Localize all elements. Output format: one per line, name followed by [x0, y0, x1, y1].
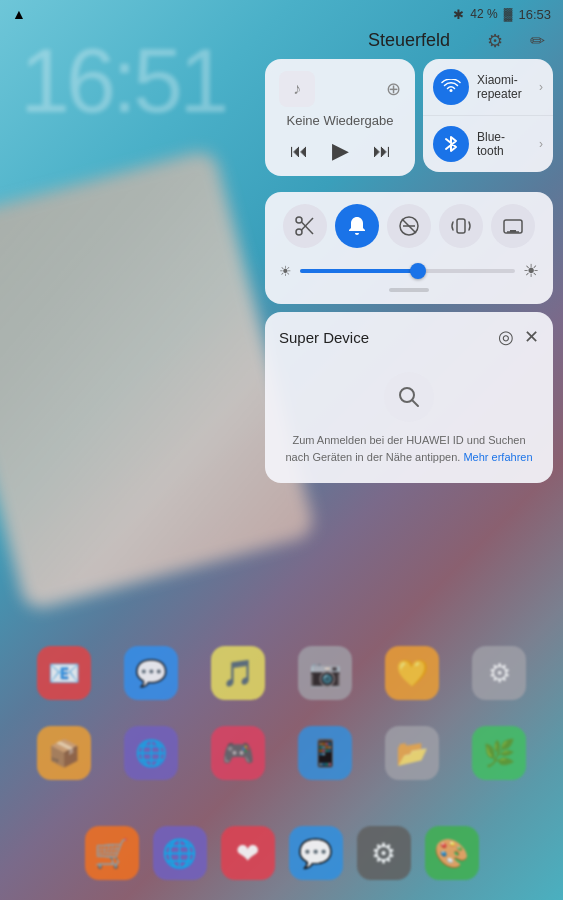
app-icon[interactable]: 🌐: [124, 726, 178, 780]
app-icon[interactable]: 💬: [124, 646, 178, 700]
bluetooth-toggle[interactable]: Blue-tooth ›: [423, 115, 553, 172]
super-device-target-button[interactable]: ◎: [498, 326, 514, 348]
svg-line-12: [412, 400, 418, 406]
network-card: Xiaomi-repeater › Blue-tooth ›: [423, 59, 553, 172]
music-icon: ♪: [279, 71, 315, 107]
super-device-title: Super Device: [279, 329, 369, 346]
left-cards: ♪ ⊕ Keine Wiedergabe ⏮ ▶ ⏭: [265, 59, 415, 184]
no-disturb-button[interactable]: [387, 204, 431, 248]
app-icon[interactable]: 🎵: [211, 646, 265, 700]
app-icon[interactable]: 💛: [385, 646, 439, 700]
brightness-row: ☀ ☀: [279, 260, 539, 282]
panel-title: Steuerfeld: [368, 30, 450, 51]
svg-point-1: [296, 229, 302, 235]
wifi-status-icon: ▲: [12, 6, 26, 22]
app-icon[interactable]: 📷: [298, 646, 352, 700]
brightness-thumb: [410, 263, 426, 279]
control-panel: Steuerfeld ⚙ ✏ ♪ ⊕ Keine Wiedergabe ⏮ ▶ …: [265, 30, 553, 483]
app-icon[interactable]: 🎮: [211, 726, 265, 780]
wifi-label: Xiaomi-repeater: [477, 73, 522, 102]
super-device-close-button[interactable]: ✕: [524, 326, 539, 348]
brightness-low-icon: ☀: [279, 263, 292, 279]
top-cards: ♪ ⊕ Keine Wiedergabe ⏮ ▶ ⏭: [265, 59, 553, 184]
app-icon[interactable]: 📦: [37, 726, 91, 780]
svg-point-0: [296, 217, 302, 223]
panel-header: Steuerfeld ⚙ ✏: [265, 30, 553, 51]
media-card: ♪ ⊕ Keine Wiedergabe ⏮ ▶ ⏭: [265, 59, 415, 176]
bluetooth-icon: [433, 126, 469, 162]
super-device-search[interactable]: Zum Anmelden bei der HUAWEI ID und Suche…: [279, 362, 539, 469]
learn-more-link[interactable]: Mehr erfahren: [463, 451, 532, 463]
bluetooth-icon: ✱: [453, 7, 464, 22]
next-button[interactable]: ⏭: [373, 141, 391, 162]
bluetooth-chevron: ›: [539, 137, 543, 151]
brightness-slider[interactable]: [300, 269, 515, 273]
battery-icon: ▓: [504, 7, 513, 21]
screenshot-button[interactable]: [283, 204, 327, 248]
wifi-chevron: ›: [539, 80, 543, 94]
brightness-fill: [300, 269, 418, 273]
quick-toggles-card: ☀ ☀: [265, 192, 553, 304]
wifi-toggle[interactable]: Xiaomi-repeater ›: [423, 59, 553, 115]
brightness-high-icon: ☀: [523, 260, 539, 282]
app-icon[interactable]: ⚙: [472, 646, 526, 700]
quick-toggle-row: [279, 204, 539, 248]
super-device-actions: ◎ ✕: [498, 326, 539, 348]
battery-percent: 42 %: [470, 7, 497, 21]
media-source-icon: ⊕: [386, 78, 401, 100]
dock-icon[interactable]: 🌐: [153, 826, 207, 880]
app-row-1: 📦 🌐 🎮 📱 📂 🌿: [0, 726, 563, 780]
super-device-description: Zum Anmelden bei der HUAWEI ID und Suche…: [279, 432, 539, 465]
status-left: ▲: [12, 6, 26, 22]
dock: 🛒 🌐 ❤ 💬 ⚙ 🎨: [0, 826, 563, 880]
dock-icon[interactable]: ❤: [221, 826, 275, 880]
bluetooth-label: Blue-tooth: [477, 130, 505, 159]
app-icon[interactable]: 🌿: [472, 726, 526, 780]
dock-icon[interactable]: 💬: [289, 826, 343, 880]
cast-button[interactable]: [491, 204, 535, 248]
right-cards: Xiaomi-repeater › Blue-tooth ›: [423, 59, 553, 172]
dock-icon[interactable]: ⚙: [357, 826, 411, 880]
app-icon[interactable]: 📱: [298, 726, 352, 780]
edit-button[interactable]: ✏: [521, 25, 553, 57]
super-device-card: Super Device ◎ ✕ Zum Anmelden bei der HU…: [265, 312, 553, 483]
wifi-icon: [433, 69, 469, 105]
media-top: ♪ ⊕: [279, 71, 401, 107]
panel-header-icons: ⚙ ✏: [479, 25, 553, 57]
prev-button[interactable]: ⏮: [290, 141, 308, 162]
media-controls: ⏮ ▶ ⏭: [279, 138, 401, 164]
scroll-indicator: [389, 288, 429, 292]
play-button[interactable]: ▶: [332, 138, 349, 164]
vibrate-button[interactable]: [439, 204, 483, 248]
dock-icon[interactable]: 🎨: [425, 826, 479, 880]
svg-rect-7: [457, 219, 465, 233]
media-title: Keine Wiedergabe: [279, 113, 401, 128]
time-display: 16:53: [518, 7, 551, 22]
search-icon: [384, 372, 434, 422]
super-device-header: Super Device ◎ ✕: [279, 326, 539, 348]
dock-icon[interactable]: 🛒: [85, 826, 139, 880]
status-right: ✱ 42 % ▓ 16:53: [453, 7, 551, 22]
app-icon[interactable]: 📧: [37, 646, 91, 700]
app-icon[interactable]: 📂: [385, 726, 439, 780]
bg-clock: 16:51: [20, 30, 225, 133]
settings-button[interactable]: ⚙: [479, 25, 511, 57]
app-row-2: 📧 💬 🎵 📷 💛 ⚙: [0, 646, 563, 700]
notifications-button[interactable]: [335, 204, 379, 248]
